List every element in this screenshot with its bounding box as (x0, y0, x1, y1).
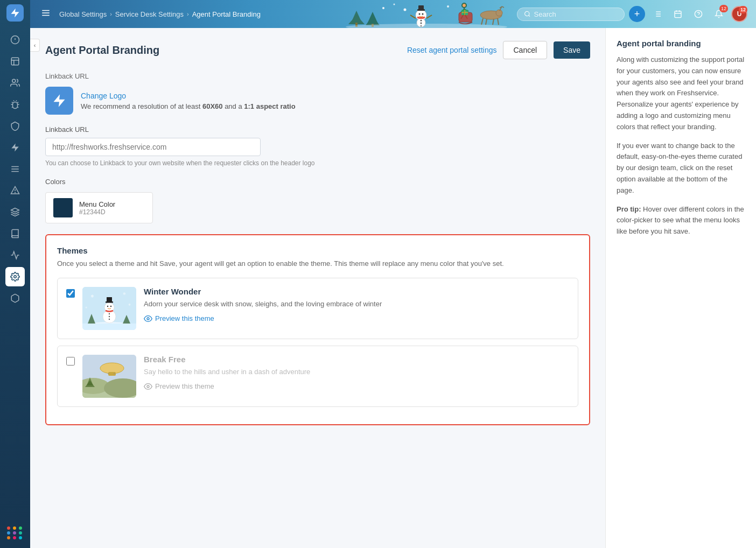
sidebar-item-list[interactable] (5, 159, 25, 179)
preview-label-winter: Preview this theme (155, 314, 214, 322)
sidebar-logo[interactable] (6, 4, 24, 22)
svg-point-70 (107, 305, 108, 306)
preview-link-winter-wonder[interactable]: Preview this theme (144, 314, 569, 323)
sidebar-item-alert[interactable] (5, 181, 25, 200)
right-panel-para2: If you ever want to change back to the d… (617, 140, 745, 196)
logo-bolt-icon (10, 8, 20, 18)
logo-info: Change Logo We recommend a resolution of… (81, 92, 296, 110)
sidebar-item-home[interactable] (5, 30, 25, 50)
theme-card-winter-wonder: ❄ ❄ ❄ ❄ Winter Wonder Adorn your service… (57, 278, 578, 339)
sidebar-item-shield[interactable] (5, 116, 25, 136)
sidebar-item-bolt[interactable] (5, 138, 25, 157)
dot-4 (7, 531, 10, 535)
dot-3 (19, 526, 22, 530)
home-icon (10, 35, 20, 45)
sidebar-item-bugs[interactable] (5, 95, 25, 114)
search-box[interactable] (517, 8, 625, 21)
notifications-button[interactable]: 12 (711, 6, 727, 22)
logo-row: Change Logo We recommend a resolution of… (45, 87, 590, 115)
search-input[interactable] (534, 10, 618, 18)
eye-icon-breakfree (144, 382, 152, 391)
menu-toggle-button[interactable] (39, 6, 53, 23)
right-panel-para1: Along with customizing the support porta… (617, 54, 745, 133)
right-panel-tip: Pro tip: Hover over different colors in … (617, 204, 745, 237)
page-title: Agent Portal Branding (45, 44, 159, 57)
sidebar-item-people[interactable] (5, 73, 25, 93)
svg-rect-66 (107, 297, 112, 302)
theme-checkbox-winter-wonder[interactable] (66, 289, 75, 298)
dot-8 (13, 536, 16, 539)
collapse-sidebar-button[interactable]: ‹ (30, 39, 40, 52)
theme-name-winter-wonder: Winter Wonder (144, 287, 569, 296)
winter-scene-svg (340, 0, 513, 28)
eye-icon-winter (144, 314, 152, 323)
page-header: Agent Portal Branding Reset agent portal… (45, 41, 590, 59)
sidebar-item-chart[interactable] (5, 245, 25, 265)
change-logo-link[interactable]: Change Logo (81, 92, 296, 100)
sidebar-item-inbox[interactable] (5, 52, 25, 71)
avatar-badge: 12 (739, 6, 747, 13)
linkback-input[interactable] (45, 138, 261, 156)
svg-point-67 (109, 313, 110, 314)
svg-text:❄: ❄ (128, 303, 131, 306)
app-switcher-dots[interactable] (3, 522, 27, 544)
theme-checkbox-break-free[interactable] (66, 357, 75, 366)
logo-hint-prefix: We recommend a resolution of at least (81, 102, 202, 110)
svg-rect-62 (82, 324, 136, 330)
color-info: Menu Color #12344D (79, 200, 115, 216)
preview-link-break-free[interactable]: Preview this theme (144, 382, 569, 391)
colors-label: Colors (45, 178, 590, 186)
svg-point-9 (14, 276, 17, 278)
pro-tip-label: Pro tip: (617, 205, 641, 213)
top-navigation: Global Settings › Service Desk Settings … (30, 0, 756, 28)
sidebar-item-settings[interactable] (5, 267, 25, 286)
cancel-button[interactable]: Cancel (503, 41, 547, 59)
calendar-button[interactable] (670, 6, 686, 22)
add-button[interactable]: + (629, 6, 645, 22)
breadcrumb: Global Settings › Service Desk Settings … (59, 10, 261, 18)
breadcrumb-service-desk[interactable]: Service Desk Settings (115, 10, 184, 18)
svg-line-33 (481, 18, 483, 25)
sidebar-bottom (3, 522, 27, 544)
help-button[interactable] (690, 6, 706, 22)
theme-info-break-free: Break Free Say hello to the hills and us… (144, 355, 569, 391)
svg-point-2 (12, 79, 16, 82)
bug-icon (10, 100, 20, 109)
logo-hint-middle: and a (223, 102, 244, 110)
dot-9 (19, 536, 22, 539)
winter-wonder-preview-svg: ❄ ❄ ❄ ❄ (82, 287, 136, 330)
logo-preview (45, 87, 73, 115)
svg-point-23 (421, 20, 422, 22)
tasks-icon (653, 10, 662, 18)
svg-line-34 (486, 19, 487, 25)
svg-text:❄: ❄ (123, 292, 126, 296)
sidebar-item-layers[interactable] (5, 202, 25, 222)
tasks-button[interactable] (649, 6, 666, 22)
people-icon (10, 78, 20, 88)
user-avatar[interactable]: U 12 (731, 6, 747, 22)
svg-line-35 (493, 19, 494, 25)
svg-point-32 (496, 10, 502, 16)
main-content: Agent Portal Branding Reset agent portal… (30, 28, 605, 548)
svg-text:❄: ❄ (90, 294, 94, 299)
menu-color-swatch (53, 198, 73, 217)
svg-line-36 (498, 18, 499, 25)
breadcrumb-global-settings[interactable]: Global Settings (59, 10, 107, 18)
alert-icon (10, 186, 20, 195)
winter-scene (340, 0, 513, 28)
sidebar-item-box[interactable] (5, 289, 25, 308)
dot-1 (7, 526, 10, 530)
breadcrumb-current: Agent Portal Branding (192, 10, 261, 18)
page-header-actions: Reset agent portal settings Cancel Save (407, 41, 590, 59)
break-free-preview-svg (82, 355, 136, 398)
svg-rect-1 (11, 58, 19, 65)
menu-color-picker[interactable]: Menu Color #12344D (45, 192, 153, 223)
svg-rect-54 (675, 11, 681, 18)
sidebar-item-book[interactable] (5, 224, 25, 243)
reset-link[interactable]: Reset agent portal settings (407, 46, 497, 54)
hamburger-icon (41, 8, 51, 18)
svg-rect-22 (418, 5, 424, 10)
save-button[interactable]: Save (554, 41, 590, 59)
linkback-label: Linkback URL (45, 125, 590, 134)
logo-hint: We recommend a resolution of at least 60… (81, 102, 296, 110)
